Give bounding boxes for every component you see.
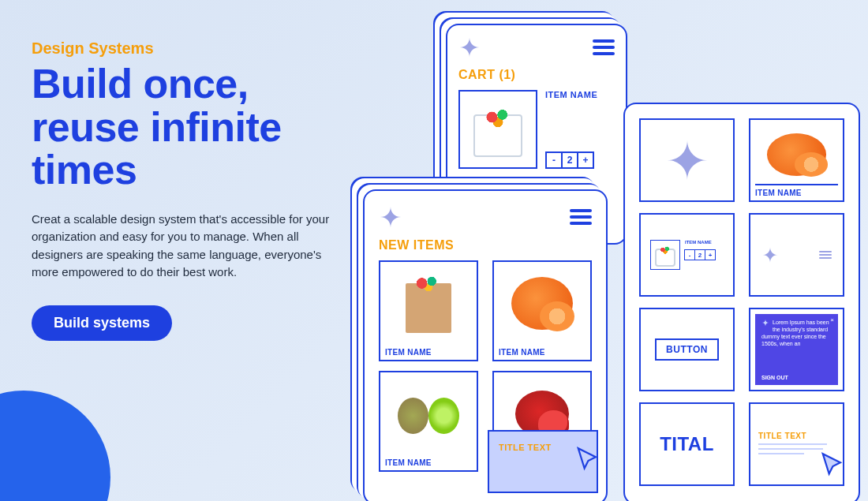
cart-item-label: ITEM NAME	[545, 90, 615, 99]
product-card[interactable]: ITEM NAME	[379, 260, 478, 361]
hamburger-icon[interactable]	[570, 209, 592, 225]
cursor-icon	[574, 446, 604, 476]
mini-qty-value: 2	[694, 249, 705, 260]
hero-body: Creat a scalable design system that's ac…	[32, 211, 331, 282]
eyebrow-text: Design Systems	[32, 39, 331, 58]
component-header	[749, 213, 844, 297]
hero-heading: Build once, reuse infinite times	[32, 62, 331, 192]
tooltip-text: Lorem Ipsum has been the industry's stan…	[761, 320, 829, 346]
component-logo-tile	[639, 118, 735, 202]
hamburger-icon[interactable]	[819, 251, 832, 259]
product-label: ITEM NAME	[380, 455, 477, 470]
close-icon[interactable]: ×	[830, 316, 834, 324]
mini-qty-plus[interactable]: +	[705, 249, 716, 260]
qty-plus-button[interactable]: +	[577, 151, 594, 169]
product-card[interactable]: ITEM NAME	[492, 260, 592, 361]
mini-item-label: ITEM NAME	[685, 240, 724, 245]
mock-device-components: ITEM NAME ITEM NAME - 2 + BUTTO	[623, 103, 860, 501]
sample-button[interactable]: BUTTON	[655, 338, 719, 361]
mini-quantity-stepper[interactable]: - 2 +	[685, 249, 724, 260]
cart-item-thumbnail[interactable]	[458, 90, 537, 169]
qty-minus-button[interactable]: -	[545, 151, 563, 169]
component-tital: TITAL	[639, 402, 735, 486]
new-items-title: NEW ITEMS	[379, 238, 592, 252]
sign-out-link[interactable]: SIGN OUT	[761, 374, 788, 381]
quantity-stepper[interactable]: - 2 +	[545, 151, 615, 169]
logo-icon	[761, 319, 769, 327]
cursor-icon	[819, 451, 849, 481]
decorative-circle	[0, 391, 110, 501]
product-card[interactable]: ITEM NAME	[379, 371, 478, 472]
logo-icon	[458, 36, 481, 58]
component-product-card: ITEM NAME	[749, 118, 844, 202]
hero-copy: Design Systems Build once, reuse infinit…	[32, 39, 331, 341]
qty-value: 2	[561, 151, 578, 169]
component-cart-row: ITEM NAME - 2 +	[639, 213, 735, 297]
product-label: ITEM NAME	[494, 345, 590, 360]
popup-title: TITLE TEXT	[499, 443, 552, 452]
hamburger-icon[interactable]	[593, 39, 615, 55]
mini-thumbnail	[650, 240, 680, 270]
title-text-label: TITLE TEXT	[758, 432, 806, 440]
component-tooltip: × Lorem Ipsum has been the industry's st…	[749, 308, 844, 391]
cart-title: CART (1)	[458, 68, 615, 82]
mini-qty-minus[interactable]: -	[684, 249, 695, 260]
build-systems-button[interactable]: Build systems	[32, 305, 172, 341]
component-card-label: ITEM NAME	[750, 185, 843, 200]
product-label: ITEM NAME	[380, 345, 477, 360]
logo-icon	[379, 205, 402, 229]
component-button: BUTTON	[639, 308, 735, 391]
tital-text: TITAL	[660, 433, 714, 455]
logo-icon	[761, 246, 779, 264]
